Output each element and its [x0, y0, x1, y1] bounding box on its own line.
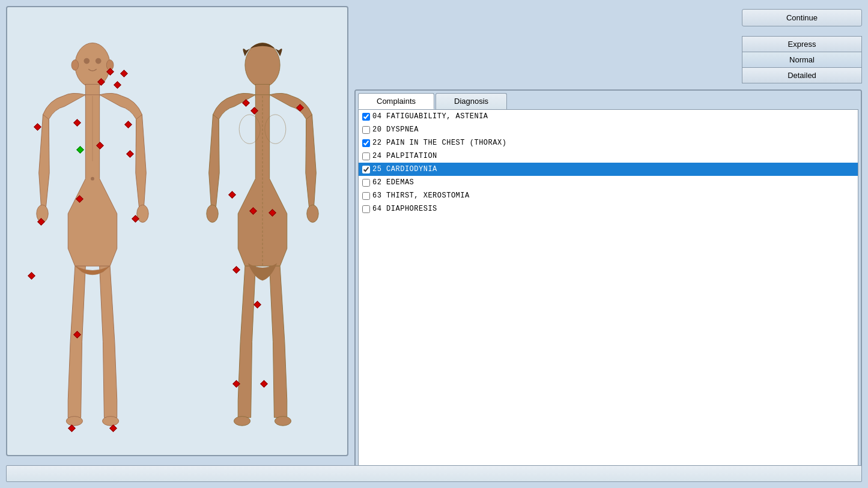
complaint-checkbox[interactable]: [362, 152, 370, 160]
complaint-text: 64 DIAPHORESIS: [372, 205, 437, 213]
complaint-checkbox[interactable]: [362, 139, 370, 147]
svg-point-11: [91, 177, 94, 181]
normal-button[interactable]: Normal: [742, 52, 862, 67]
svg-point-18: [275, 417, 291, 426]
right-panel: Continue Express Normal Detailed Complai…: [354, 6, 862, 482]
body-figures-area: [7, 7, 347, 455]
svg-point-16: [306, 205, 318, 222]
body-diagram-panel: [6, 6, 348, 456]
back-body-svg: [196, 33, 329, 429]
complaint-checkbox[interactable]: [362, 179, 370, 187]
list-item[interactable]: 62 EDEMAS: [359, 176, 858, 189]
complaint-text: 62 EDEMAS: [372, 178, 414, 187]
svg-point-8: [71, 60, 79, 70]
mode-buttons-group: Express Normal Detailed: [742, 36, 862, 83]
tab-complaints[interactable]: Complaints: [358, 93, 434, 109]
complaint-text: 04 FATIGUABILITY, ASTENIA: [372, 112, 488, 121]
back-figure[interactable]: [196, 33, 329, 429]
front-figure[interactable]: [26, 33, 159, 429]
tabs-row: Complaints Diagnosis: [356, 91, 861, 109]
complaint-checkbox[interactable]: [362, 166, 370, 173]
list-item[interactable]: 20 DYSPNEA: [359, 123, 858, 136]
complaint-text: 22 PAIN IN THE CHEST (THORAX): [372, 139, 506, 147]
complaint-text: 20 DYSPNEA: [372, 125, 419, 134]
list-item[interactable]: 04 FATIGUABILITY, ASTENIA: [359, 110, 858, 123]
svg-point-6: [83, 58, 90, 64]
front-body-svg: [26, 33, 159, 429]
complaint-text: 63 THIRST, XEROSTOMIA: [372, 191, 470, 200]
list-item[interactable]: 63 THIRST, XEROSTOMIA: [359, 189, 858, 202]
complaints-list[interactable]: 04 FATIGUABILITY, ASTENIA20 DYSPNEA22 PA…: [358, 109, 858, 478]
svg-point-5: [102, 417, 118, 426]
svg-point-4: [66, 417, 82, 426]
status-bar: [6, 465, 862, 482]
svg-point-7: [95, 58, 101, 64]
complaint-text: 24 PALPITATION: [372, 152, 437, 160]
list-item[interactable]: 24 PALPITATION: [359, 149, 858, 163]
tab-diagnosis[interactable]: Diagnosis: [436, 93, 507, 109]
complaint-text: 25 CARDIODYNIA: [372, 165, 437, 173]
complaint-checkbox[interactable]: [362, 205, 370, 213]
complaint-checkbox[interactable]: [362, 192, 370, 200]
svg-point-15: [206, 205, 217, 222]
top-buttons-area: Continue Express Normal Detailed: [354, 6, 862, 83]
list-item[interactable]: 25 CARDIODYNIA: [359, 163, 858, 176]
list-item[interactable]: 64 DIAPHORESIS: [359, 202, 858, 215]
svg-point-12: [244, 43, 279, 88]
express-button[interactable]: Express: [742, 36, 862, 52]
continue-button[interactable]: Continue: [742, 9, 862, 26]
svg-point-0: [74, 43, 109, 88]
svg-point-17: [234, 417, 250, 426]
complaint-checkbox[interactable]: [362, 113, 370, 121]
complaint-checkbox[interactable]: [362, 126, 370, 134]
detailed-button[interactable]: Detailed: [742, 67, 862, 83]
complaints-diagnosis-panel: Complaints Diagnosis 04 FATIGUABILITY, A…: [354, 89, 862, 482]
list-item[interactable]: 22 PAIN IN THE CHEST (THORAX): [359, 136, 858, 149]
